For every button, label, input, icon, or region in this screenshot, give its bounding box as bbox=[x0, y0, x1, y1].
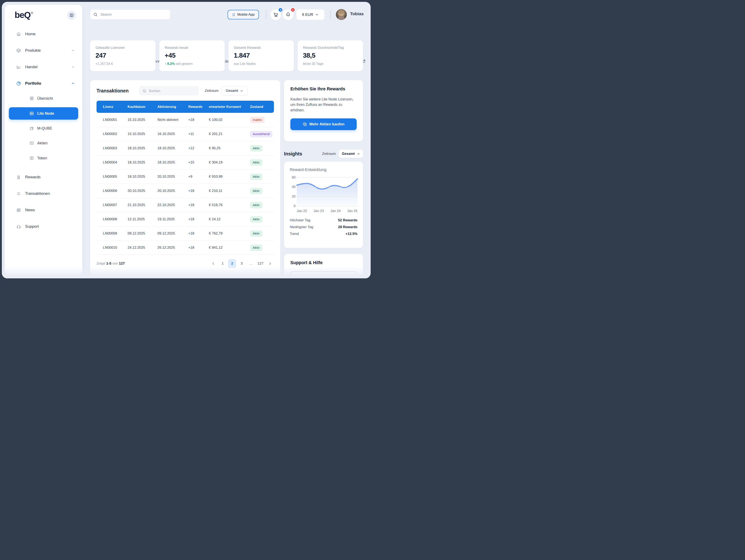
pagination-ellipsis: ... bbox=[247, 259, 255, 268]
user-avatar[interactable] bbox=[336, 9, 347, 20]
topbar-divider-2 bbox=[330, 10, 331, 19]
table-header-row: LizenzKaufdatumAktivierungRewardserwarte… bbox=[97, 101, 274, 113]
column-header-zustand: Zustand bbox=[250, 105, 274, 109]
sidebar-item-news[interactable]: News bbox=[9, 204, 78, 216]
stat-label: Gekaufte Lizenzen bbox=[96, 46, 150, 50]
sidebar-item-lite-node[interactable]: Lite Node bbox=[9, 107, 78, 120]
cell-kurswert: € 941,12 bbox=[209, 246, 250, 250]
x-tick-label: Jan 22 bbox=[297, 209, 307, 213]
cell-aktivierung: 20.10.2025 bbox=[157, 175, 188, 179]
transactions-search-input[interactable] bbox=[149, 89, 195, 93]
cart-icon bbox=[273, 12, 278, 17]
sidebar-item-portfolio[interactable]: Portfolio bbox=[9, 77, 78, 89]
cell-aktivierung: 26.12.2025 bbox=[157, 246, 188, 250]
table-row-ln00010: LN0001024.12.202526.12.2025+18€ 941,12Ak… bbox=[97, 241, 274, 255]
page-button-1[interactable]: 1 bbox=[219, 259, 227, 268]
sidebar-item-label: News bbox=[25, 208, 35, 212]
sidebar-item-transaktionen[interactable]: Transaktionen bbox=[9, 188, 78, 199]
stat-subtext: +1.257,54 € bbox=[96, 62, 150, 66]
mobile-app-button[interactable]: Mobile App bbox=[228, 10, 259, 19]
sidebar-item-label: Token bbox=[37, 156, 47, 160]
cell-aktivierung: 19.11.2025 bbox=[157, 217, 188, 221]
sidebar-item-rewards[interactable]: Rewards bbox=[9, 171, 78, 183]
cell-rewards: +11 bbox=[188, 132, 209, 136]
sidebar-item-label: Aktien bbox=[37, 141, 47, 145]
zeitraum-select[interactable]: Gesamt bbox=[221, 86, 248, 95]
sidebar-item-support[interactable]: Support bbox=[9, 221, 78, 232]
support-action-field[interactable] bbox=[290, 271, 357, 278]
previous-page-button[interactable] bbox=[209, 259, 217, 268]
boost-rewards-card: Erhöhen Sie Ihre Rewards Kaufen Sie weit… bbox=[284, 80, 363, 142]
column-header-lizenz: Lizenz bbox=[103, 105, 128, 109]
sidebar-item-home[interactable]: Home bbox=[9, 28, 78, 40]
sidebar-item-label: Portfolio bbox=[25, 81, 41, 86]
cell-kaufdatum: 15.10.2025 bbox=[128, 118, 157, 122]
cell-lizenz: LN00001 bbox=[103, 118, 128, 122]
cell-rewards: +18 bbox=[188, 203, 209, 207]
cell-kaufdatum: 18.10.2025 bbox=[128, 146, 157, 150]
sidebar-item-label: Home bbox=[25, 32, 36, 36]
gridline bbox=[297, 196, 357, 197]
page-button-127[interactable]: 127 bbox=[257, 259, 264, 268]
cell-lizenz: LN00009 bbox=[103, 231, 128, 236]
next-page-button[interactable] bbox=[266, 259, 274, 268]
sidebar-item-bersicht[interactable]: Übersicht bbox=[9, 93, 78, 104]
cell-kurswert: € 304,19 bbox=[209, 160, 250, 164]
sidebar-collapse-button[interactable] bbox=[67, 11, 76, 20]
sidebar-item-token[interactable]: Token bbox=[9, 152, 78, 164]
currency-selector[interactable]: € EUR bbox=[296, 9, 324, 20]
cell-lizenz: LN00003 bbox=[103, 146, 128, 150]
sidebar-item-aktien[interactable]: Aktien bbox=[9, 137, 78, 149]
user-name: Tobias bbox=[350, 11, 364, 16]
trade-icon bbox=[16, 65, 21, 69]
chart-title: Reward-Entwicklung bbox=[290, 167, 357, 172]
cell-kaufdatum: 24.12.2025 bbox=[128, 246, 157, 250]
cell-lizenz: LN00008 bbox=[103, 217, 128, 221]
cell-lizenz: LN00002 bbox=[103, 132, 128, 136]
transactions-panel: Transaktionen Zeitraum Gesamt LizenzKauf… bbox=[90, 80, 280, 278]
stat-subtext: letzte 30 Tage bbox=[303, 62, 358, 66]
boost-title: Erhöhen Sie Ihre Rewards bbox=[290, 87, 357, 92]
cell-lizenz: LN00006 bbox=[103, 189, 128, 193]
y-tick-label: 60 bbox=[292, 176, 295, 179]
table-row-ln00004: LN0000418.10.202518.10.2025+15€ 304,19Ak… bbox=[97, 155, 274, 169]
sidebar-item-handel[interactable]: Handel bbox=[9, 61, 78, 73]
cell-rewards: +9 bbox=[188, 175, 209, 179]
cell-aktivierung: 09.12.2025 bbox=[157, 231, 188, 236]
sidebar-item-label: M-QUBE bbox=[37, 126, 52, 130]
cell-kurswert: € 210,11 bbox=[209, 189, 250, 193]
insights-zeitraum-select[interactable]: Gesamt bbox=[339, 150, 363, 158]
column-header-aktivierung: Aktivierung bbox=[157, 105, 188, 109]
phone-icon bbox=[232, 13, 235, 17]
cart-badge: 3 bbox=[278, 7, 283, 12]
chart-plot-area bbox=[297, 178, 357, 206]
chevron-up-icon bbox=[71, 82, 75, 85]
x-tick-label: Jan 25 bbox=[347, 209, 357, 213]
buy-more-shares-button[interactable]: Mehr Aktien kaufen bbox=[290, 118, 357, 130]
pie-icon bbox=[16, 81, 21, 86]
column-header-erwarteter-kurswert: erwarteter Kurswert bbox=[209, 105, 250, 109]
package-icon bbox=[16, 48, 21, 53]
chart-stat-niedrigster-tag: Niedrigster Tag28 Rewards bbox=[290, 225, 357, 229]
cell-aktivierung: 16.10.2025 bbox=[157, 132, 188, 136]
cell-lizenz: LN00005 bbox=[103, 175, 128, 179]
page-button-2[interactable]: 2 bbox=[228, 259, 236, 268]
sidebar-item-produkte[interactable]: Produkte bbox=[9, 45, 78, 56]
stat-label: Rewards heute bbox=[165, 46, 219, 50]
chart-stat-value: 52 Rewards bbox=[338, 218, 358, 222]
search-input[interactable] bbox=[100, 12, 167, 17]
page-button-3[interactable]: 3 bbox=[238, 259, 246, 268]
table-row-ln00005: LN0000518.10.202520.10.2025+9€ 910,99Akt… bbox=[97, 169, 274, 184]
column-header-rewards: Rewards bbox=[188, 105, 209, 109]
global-search bbox=[90, 9, 170, 20]
registered-mark: ® bbox=[31, 11, 33, 14]
sidebar-item-m-qube[interactable]: M-QUBE bbox=[9, 123, 78, 134]
status-badge: Aktiv bbox=[250, 245, 262, 251]
stat-label: Rewards Durchschnitt/Tag bbox=[303, 46, 358, 50]
transactions-search bbox=[139, 86, 199, 95]
status-badge: Aktiv bbox=[250, 216, 262, 223]
y-tick-label: 0 bbox=[294, 204, 295, 208]
reward-chart-card: Reward-Entwicklung 6040200 bbox=[284, 162, 363, 248]
status-badge: Aktiv bbox=[250, 188, 262, 194]
cell-rewards: +12 bbox=[188, 146, 209, 150]
